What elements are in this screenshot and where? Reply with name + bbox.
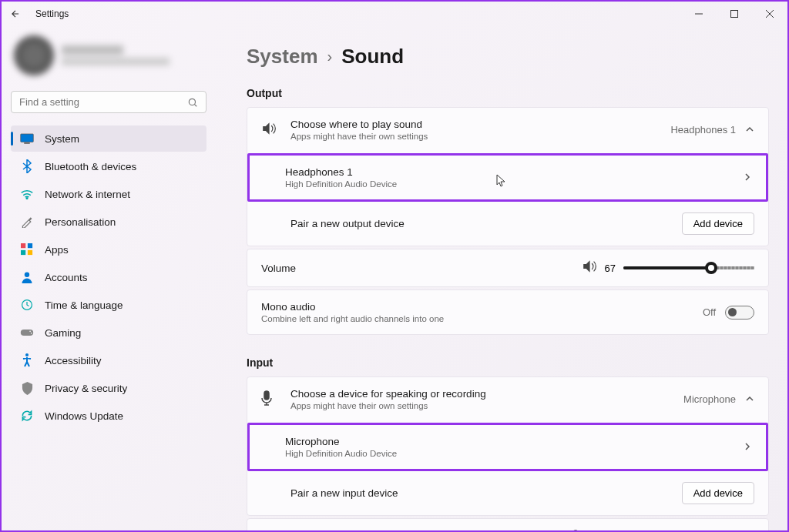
volume-value: 67 — [605, 263, 616, 274]
back-button[interactable] — [8, 6, 23, 22]
nav-label: Accounts — [45, 272, 88, 283]
input-device-row[interactable]: Microphone High Definition Audio Device — [247, 423, 768, 471]
svg-rect-11 — [21, 250, 25, 255]
nav-item-bluetooth[interactable]: Bluetooth & devices — [11, 153, 206, 179]
input-device-value: Microphone — [683, 393, 736, 405]
nav-label: Personalisation — [45, 216, 116, 228]
output-device-value: Headphones 1 — [670, 124, 736, 136]
gaming-icon — [20, 326, 34, 340]
chevron-up-icon — [745, 393, 754, 407]
row-subtitle: High Definition Audio Device — [285, 449, 743, 458]
svg-point-13 — [25, 273, 29, 277]
nav-item-time[interactable]: Time & language — [11, 292, 206, 318]
svg-line-5 — [194, 104, 196, 106]
row-title: Microphone — [285, 436, 743, 447]
row-subtitle: Apps might have their own settings — [290, 132, 670, 141]
chevron-up-icon — [745, 123, 754, 137]
svg-point-18 — [25, 353, 29, 356]
breadcrumb-parent[interactable]: System — [247, 45, 318, 69]
nav-label: System — [45, 133, 79, 145]
nav-label: Apps — [45, 244, 69, 256]
input-volume-row: Volume 96 — — [247, 519, 768, 530]
nav-item-accounts[interactable]: Accounts — [11, 264, 206, 290]
output-volume-slider[interactable] — [623, 266, 754, 269]
row-title: Volume — [261, 263, 582, 274]
row-title: Choose where to play sound — [290, 119, 670, 130]
chevron-right-icon — [743, 171, 752, 185]
close-button[interactable] — [752, 2, 787, 26]
output-volume-row: Volume 67 — [247, 249, 768, 286]
breadcrumb: System › Sound — [247, 45, 769, 69]
add-output-device-button[interactable]: Add device — [682, 212, 754, 235]
search-input[interactable] — [19, 96, 187, 108]
svg-point-16 — [29, 331, 31, 333]
maximize-button[interactable] — [717, 2, 752, 26]
window-title: Settings — [35, 8, 69, 19]
nav-label: Gaming — [45, 327, 81, 339]
time-icon — [20, 298, 34, 312]
svg-rect-10 — [28, 243, 32, 248]
profile-email — [62, 58, 170, 65]
nav-item-personalisation[interactable]: Personalisation — [11, 209, 206, 235]
breadcrumb-current: Sound — [341, 45, 404, 69]
profile-name — [62, 45, 123, 55]
nav-list: System Bluetooth & devices Network & int… — [11, 125, 206, 429]
nav-label: Windows Update — [45, 410, 123, 422]
nav-label: Privacy & security — [45, 383, 127, 394]
speaker-icon — [261, 122, 277, 138]
nav-item-apps[interactable]: Apps — [11, 236, 206, 263]
speaker-icon[interactable] — [582, 260, 597, 276]
nav-label: Accessibility — [45, 355, 102, 366]
svg-point-4 — [189, 99, 195, 105]
svg-rect-9 — [21, 243, 25, 248]
titlebar: Settings — [2, 2, 787, 26]
microphone-icon — [261, 390, 277, 409]
mono-audio-toggle[interactable] — [725, 306, 754, 320]
system-icon — [20, 132, 34, 146]
nav-item-network[interactable]: Network & internet — [11, 181, 206, 207]
update-icon — [20, 409, 34, 423]
row-title: Choose a device for speaking or recordin… — [290, 388, 683, 400]
svg-point-8 — [26, 198, 28, 199]
accounts-icon — [20, 270, 34, 284]
apps-icon — [20, 243, 34, 256]
row-subtitle: Combine left and right audio channels in… — [261, 314, 703, 323]
network-icon — [20, 187, 34, 201]
output-choose-row[interactable]: Choose where to play sound Apps might ha… — [247, 108, 768, 152]
nav-item-update[interactable]: Windows Update — [11, 403, 206, 429]
chevron-right-icon — [743, 440, 752, 454]
minimize-button[interactable] — [681, 2, 717, 26]
nav-item-accessibility[interactable]: Accessibility — [11, 347, 206, 373]
search-icon — [187, 97, 198, 108]
row-title: Pair a new input device — [290, 487, 682, 499]
add-input-device-button[interactable]: Add device — [682, 482, 754, 504]
avatar — [14, 35, 54, 75]
chevron-right-icon: › — [327, 48, 333, 65]
svg-point-17 — [31, 333, 32, 334]
sidebar: System Bluetooth & devices Network & int… — [2, 26, 216, 530]
content: System › Sound Output Choose where to pl… — [216, 26, 787, 530]
input-pair-row: Pair a new input device Add device — [247, 471, 768, 515]
bluetooth-icon — [20, 159, 34, 173]
output-section-title: Output — [247, 87, 769, 99]
row-subtitle: Apps might have their own settings — [290, 401, 683, 410]
nav-label: Time & language — [45, 299, 123, 311]
mono-audio-row[interactable]: Mono audio Combine left and right audio … — [247, 290, 768, 334]
output-device-row[interactable]: Headphones 1 High Definition Audio Devic… — [247, 153, 768, 202]
search-box[interactable] — [11, 91, 206, 113]
row-title: Pair a new output device — [290, 218, 682, 229]
input-choose-row[interactable]: Choose a device for speaking or recordin… — [247, 377, 768, 421]
personalisation-icon — [20, 215, 34, 229]
nav-item-system[interactable]: System — [11, 125, 206, 152]
svg-rect-1 — [731, 11, 738, 18]
toggle-state: Off — [703, 306, 716, 318]
nav-item-gaming[interactable]: Gaming — [11, 320, 206, 346]
microphone-icon[interactable] — [570, 530, 581, 530]
output-pair-row: Pair a new output device Add device — [247, 202, 768, 246]
row-title: Headphones 1 — [285, 166, 743, 178]
input-section-title: Input — [247, 356, 769, 369]
nav-label: Network & internet — [45, 189, 130, 200]
nav-item-privacy[interactable]: Privacy & security — [11, 375, 206, 401]
profile-block[interactable] — [11, 32, 206, 85]
svg-rect-19 — [264, 391, 269, 400]
